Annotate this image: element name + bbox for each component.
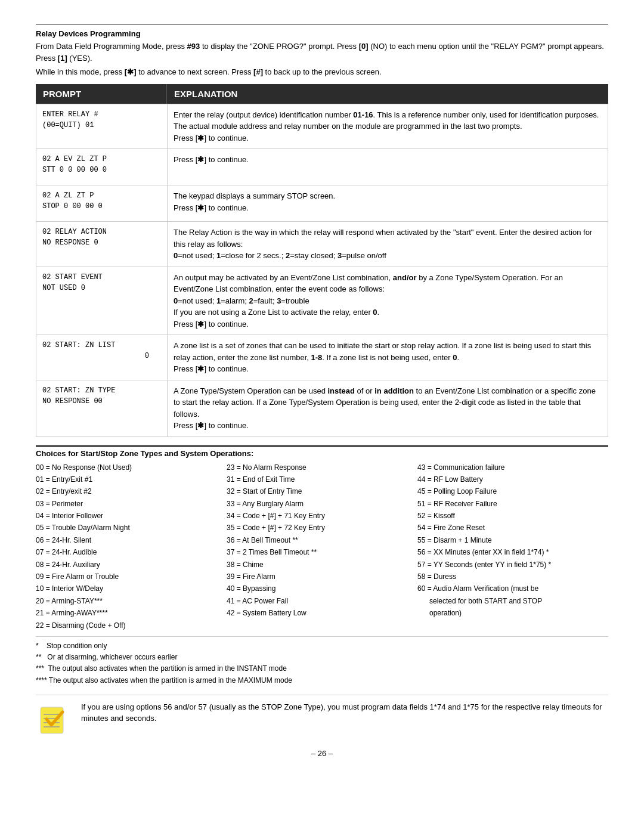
list-item: 09 = Fire Alarm or Trouble — [36, 571, 227, 583]
choices-col-3: 43 = Communication failure 44 = RF Low B… — [417, 462, 608, 631]
list-item: selected for both START and STOP — [417, 595, 608, 607]
list-item: 32 = Start of Entry Time — [227, 485, 417, 497]
choices-grid: 00 = No Response (Not Used) 01 = Entry/E… — [36, 462, 608, 631]
list-item: 02 = Entry/exit #2 — [36, 485, 227, 497]
prompt-line2: (00=QUIT) 01 — [42, 121, 94, 129]
prompt-line1: ENTER RELAY # — [42, 110, 98, 119]
prompt-line2: STOP 0 00 00 0 — [42, 202, 103, 210]
list-item: 37 = 2 Times Bell Timeout ** — [227, 546, 417, 558]
prompt-line1: 02 A EV ZL ZT P — [42, 155, 107, 163]
svg-rect-0 — [41, 707, 63, 733]
prompt-line2: NO RESPONSE 0 — [42, 239, 98, 247]
table-row: 02 START EVENT NOT USED 0 An output may … — [36, 267, 608, 336]
explanation-start-event: An output may be activated by an Event/Z… — [168, 267, 608, 335]
table-row: 02 A EV ZL ZT P STT 0 0 00 00 0 Press [✱… — [36, 149, 608, 185]
prompt-line2: STT 0 0 00 00 0 — [42, 166, 107, 174]
list-item: operation) — [417, 607, 608, 619]
prompt-line1: 02 A ZL ZT P — [42, 191, 94, 200]
list-item: 41 = AC Power Fail — [227, 595, 417, 607]
list-item: 52 = Kissoff — [417, 510, 608, 522]
table-row: 02 START: ZN TYPE NO RESPONSE 00 A Zone … — [36, 380, 608, 437]
list-item: 23 = No Alarm Response — [227, 462, 417, 473]
list-item: 03 = Perimeter — [36, 498, 227, 510]
prompt-stop: 02 A ZL ZT P STOP 0 00 00 0 — [36, 185, 168, 221]
note-box: If you are using options 56 and/or 57 (u… — [36, 695, 608, 737]
prompt-line2: NO RESPONSE 00 — [42, 397, 103, 405]
list-item: 10 = Interior W/Delay — [36, 583, 227, 594]
footnote-1: * Stop condition only — [36, 640, 608, 652]
list-item: 21 = Arming-AWAY**** — [36, 607, 227, 619]
list-item: 45 = Polling Loop Failure — [417, 485, 608, 497]
list-item: 39 = Fire Alarm — [227, 571, 417, 583]
page-number: – 26 – — [36, 749, 608, 758]
explanation-start-zn-type: A Zone Type/System Operation can be used… — [168, 380, 608, 436]
list-item: 31 = End of Exit Time — [227, 473, 417, 485]
list-item: 40 = Bypassing — [227, 583, 417, 594]
list-item: 33 = Any Burglary Alarm — [227, 498, 417, 510]
prompt-relay-action: 02 RELAY ACTION NO RESPONSE 0 — [36, 222, 168, 267]
prompt-line1: 02 RELAY ACTION — [42, 228, 107, 236]
note-text: If you are using options 56 and/or 57 (u… — [81, 701, 608, 724]
prompt-start-event: 02 START EVENT NOT USED 0 — [36, 267, 168, 335]
prompt-line1: 02 START EVENT — [42, 273, 103, 281]
prompt-start-zn-type: 02 START: ZN TYPE NO RESPONSE 00 — [36, 380, 168, 436]
list-item: 05 = Trouble Day/Alarm Night — [36, 522, 227, 534]
explanation-enter-relay: Enter the relay (output device) identifi… — [168, 104, 608, 149]
list-item: 58 = Duress — [417, 571, 608, 583]
footnotes: * Stop condition only ** Or at disarming… — [36, 640, 608, 686]
table-header: PROMPT EXPLANATION — [36, 84, 608, 104]
list-item: 54 = Fire Zone Reset — [417, 522, 608, 534]
prompt-line1: 02 START: ZN TYPE — [42, 386, 115, 395]
list-item: 51 = RF Receiver Failure — [417, 498, 608, 510]
table-row: 02 RELAY ACTION NO RESPONSE 0 The Relay … — [36, 222, 608, 267]
list-item: 08 = 24-Hr. Auxiliary — [36, 559, 227, 571]
choices-title: Choices for Start/Stop Zone Types and Sy… — [36, 449, 608, 458]
table-row: ENTER RELAY # (00=QUIT) 01 Enter the rel… — [36, 104, 608, 150]
checkmark-icon — [36, 701, 72, 737]
list-item: 34 = Code + [#] + 71 Key Entry — [227, 510, 417, 522]
list-item: 44 = RF Low Battery — [417, 473, 608, 485]
list-item: 38 = Chime — [227, 559, 417, 571]
list-item: 07 = 24-Hr. Audible — [36, 546, 227, 558]
prompt-start-zn-list: 02 START: ZN LIST 0 — [36, 335, 168, 380]
list-item: 42 = System Battery Low — [227, 607, 417, 619]
intro-text-2: While in this mode, press [✱] to advance… — [36, 66, 608, 78]
choices-col-1: 00 = No Response (Not Used) 01 = Entry/E… — [36, 462, 227, 631]
footnote-2: ** Or at disarming, whichever occurs ear… — [36, 652, 608, 663]
explanation-stop: The keypad displays a summary STOP scree… — [168, 185, 608, 221]
list-item: 20 = Arming-STAY*** — [36, 595, 227, 607]
table-row: 02 A ZL ZT P STOP 0 00 00 0 The keypad d… — [36, 185, 608, 222]
header-explanation: EXPLANATION — [167, 84, 608, 104]
prompt-enter-relay: ENTER RELAY # (00=QUIT) 01 — [36, 104, 168, 149]
top-divider — [36, 24, 608, 24]
list-item: 22 = Disarming (Code + Off) — [36, 620, 227, 631]
prompt-line2: NOT USED 0 — [42, 284, 85, 292]
explanation-start-zn-list: A zone list is a set of zones that can b… — [168, 335, 608, 380]
intro-text-1: From Data Field Programming Mode, press … — [36, 41, 608, 64]
list-item: 60 = Audio Alarm Verification (must be — [417, 583, 608, 594]
list-item: 35 = Code + [#] + 72 Key Entry — [227, 522, 417, 534]
choices-section: Choices for Start/Stop Zone Types and Sy… — [36, 445, 608, 637]
prompt-stt: 02 A EV ZL ZT P STT 0 0 00 00 0 — [36, 149, 168, 185]
table-row: 02 START: ZN LIST 0 A zone list is a set… — [36, 335, 608, 380]
list-item: 55 = Disarm + 1 Minute — [417, 534, 608, 546]
explanation-relay-action: The Relay Action is the way in which the… — [168, 222, 608, 267]
choices-col-2: 23 = No Alarm Response 31 = End of Exit … — [227, 462, 417, 631]
footnote-4: **** The output also activates when the … — [36, 675, 608, 686]
list-item: 36 = At Bell Timeout ** — [227, 534, 417, 546]
list-item: 04 = Interior Follower — [36, 510, 227, 522]
list-item: 57 = YY Seconds (enter YY in field 1*75)… — [417, 559, 608, 571]
list-item: 06 = 24-Hr. Silent — [36, 534, 227, 546]
list-item: 01 = Entry/Exit #1 — [36, 473, 227, 485]
prompt-line2: 0 — [42, 351, 161, 361]
prompt-line1: 02 START: ZN LIST — [42, 341, 115, 349]
list-item: 43 = Communication failure — [417, 462, 608, 473]
list-item: 00 = No Response (Not Used) — [36, 462, 227, 473]
header-prompt: PROMPT — [36, 84, 167, 104]
list-item: 56 = XX Minutes (enter XX in field 1*74)… — [417, 546, 608, 558]
footnote-3: *** The output also activates when the p… — [36, 663, 608, 674]
explanation-stt: Press [✱] to continue. — [168, 149, 608, 185]
section-title: Relay Devices Programming — [36, 29, 608, 38]
